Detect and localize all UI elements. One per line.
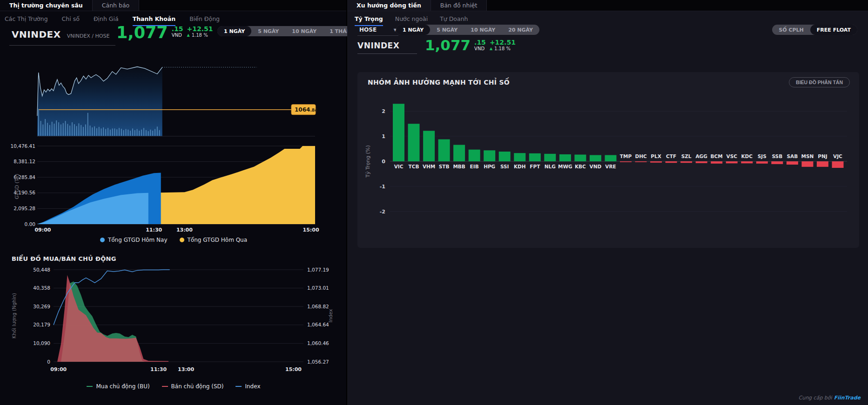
svg-text:VRE: VRE (605, 164, 616, 169)
index-pair: VNINDEX / HOSE (67, 33, 110, 39)
float-toggle-group: SỐ CPLH FREE FLOAT (772, 25, 857, 35)
right-index-change-pct: ▲ 1.18 % (490, 46, 511, 51)
svg-text:VJC: VJC (833, 153, 842, 159)
r-range-1-ngay[interactable]: 1 NGÀY (396, 25, 430, 35)
so-cplh-button[interactable]: SỐ CPLH (772, 25, 810, 35)
svg-text:FPT: FPT (530, 164, 540, 169)
svg-text:15:00: 15:00 (285, 366, 302, 372)
r-range-20-ngay[interactable]: 20 NGÀY (502, 25, 539, 35)
impact-card-title: NHÓM ẢNH HƯỞNG MẠNH TỚI CHỈ SỐ (368, 79, 510, 86)
svg-text:10,476.41: 10,476.41 (11, 143, 35, 149)
r-range-10-ngay[interactable]: 10 NGÀY (464, 25, 502, 35)
exchange-select[interactable]: HOSE ▼ (357, 26, 398, 36)
svg-text:SSI: SSI (500, 164, 509, 169)
svg-text:1,073.01: 1,073.01 (307, 285, 329, 291)
exchange-select-value: HOSE (359, 27, 377, 33)
svg-text:Tỷ Trọng (%): Tỷ Trọng (%) (365, 145, 371, 178)
subnav-dinh-gia[interactable]: Định Giá (94, 15, 119, 26)
tab-ban-do-nhiet[interactable]: Bản đồ nhiệt (431, 0, 487, 11)
left-tabbar: Thị trường chuyên sâu Cảnh báo (0, 0, 346, 11)
subnav-chi-so[interactable]: Chỉ số (62, 15, 80, 26)
right-index-underline (357, 53, 417, 54)
index-price-decimals: .15 (172, 26, 183, 32)
svg-text:SAB: SAB (787, 153, 798, 159)
legend-gtgd-hom-nay[interactable]: Tổng GTGD Hôm Nay (100, 237, 168, 243)
left-subnav: Các Thị Trường Chỉ số Định Giá Thanh Kho… (0, 11, 346, 26)
svg-text:1,064.64: 1,064.64 (307, 322, 329, 327)
busd-chart[interactable]: 50,4481,077.1940,3581,073.0130,2691,068.… (0, 266, 347, 378)
busd-legend: Mua chủ động (BU) Bán chủ động (SD) Inde… (0, 383, 347, 390)
yellow-dot-icon (180, 238, 184, 242)
right-index-price: 1,077 (425, 38, 471, 53)
svg-text:MBB: MBB (453, 164, 465, 169)
right-index-change: +12.51 (490, 39, 516, 46)
svg-text:09:00: 09:00 (34, 227, 51, 233)
svg-text:0: 0 (382, 159, 385, 165)
right-range-group: 1 NGÀY 5 NGÀY 10 NGÀY 20 NGÀY (396, 25, 539, 35)
svg-text:8,381.12: 8,381.12 (13, 159, 35, 164)
legend-mua-chu-dong[interactable]: Mua chủ động (BU) (87, 383, 149, 390)
legend-index[interactable]: Index (236, 383, 260, 390)
svg-text:Index: Index (328, 309, 333, 323)
app: Thị trường chuyên sâu Cảnh báo Các Thị T… (0, 0, 868, 405)
index-price-block: 1,077 .15 VND +12.51 ▲ 1.18 % (116, 25, 213, 41)
red-dash-icon (162, 386, 168, 387)
index-underline (9, 45, 115, 46)
tab-thi-truong-chuyen-sau[interactable]: Thị trường chuyên sâu (0, 0, 93, 11)
index-change: +12.51 (187, 26, 213, 32)
svg-text:2: 2 (382, 108, 385, 114)
subnav-cac-thi-truong[interactable]: Các Thị Trường (5, 15, 48, 26)
intraday-price-chart[interactable]: 1064.84 (0, 46, 347, 142)
index-price: 1,077 (116, 25, 168, 41)
legend-gtgd-hom-qua[interactable]: Tổng GTGD Hôm Qua (180, 237, 248, 243)
svg-text:Khối lượng (Nghìn): Khối lượng (Nghìn) (11, 293, 17, 339)
impact-bar-chart[interactable]: 210-1-2VICTCBVHMSTBMBBEIBHPGSSIKDHFPTNLG… (363, 92, 854, 241)
svg-text:1064.84: 1064.84 (295, 106, 317, 113)
footer-credit: Cung cấp bởiFiinTrade (798, 395, 861, 401)
svg-text:PLX: PLX (651, 153, 661, 159)
svg-text:VND: VND (590, 164, 602, 169)
free-float-button[interactable]: FREE FLOAT (810, 25, 857, 35)
svg-text:VSC: VSC (727, 153, 738, 159)
svg-text:11:30: 11:30 (146, 227, 162, 233)
svg-text:2,095.28: 2,095.28 (13, 206, 35, 211)
index-header: VNINDEX VNINDEX / HOSE (12, 29, 109, 40)
green-dash-icon (87, 386, 93, 387)
svg-text:13:00: 13:00 (176, 227, 193, 233)
tab-canh-bao[interactable]: Cảnh báo (93, 0, 139, 11)
svg-text:20,179: 20,179 (33, 322, 50, 327)
svg-text:TCB: TCB (409, 164, 419, 169)
fiintrade-brand[interactable]: FiinTrade (834, 395, 861, 401)
svg-text:10,090: 10,090 (33, 340, 50, 346)
svg-text:TMP: TMP (620, 153, 632, 159)
svg-text:VHM: VHM (423, 164, 435, 169)
right-index-name: VNINDEX (357, 41, 399, 50)
blue-dot-icon (100, 238, 105, 242)
svg-text:STB: STB (439, 164, 450, 169)
right-index-price-decimals: .15 (474, 39, 486, 46)
svg-text:AGG: AGG (695, 153, 707, 159)
range-10-ngay[interactable]: 10 NGÀY (285, 26, 323, 36)
svg-text:MSN: MSN (801, 153, 814, 159)
index-name: VNINDEX (12, 29, 61, 40)
svg-text:13:00: 13:00 (178, 366, 194, 372)
right-tabbar: Xu hướng dòng tiền Bản đồ nhiệt (347, 0, 868, 11)
svg-text:EIB: EIB (470, 164, 479, 169)
svg-text:0: 0 (47, 359, 50, 365)
svg-text:SJS: SJS (758, 153, 767, 159)
subnav-ty-trong[interactable]: Tỷ Trọng (355, 15, 383, 26)
svg-text:BCM: BCM (711, 153, 723, 159)
svg-text:PNJ: PNJ (818, 153, 827, 159)
scatter-chart-button[interactable]: BIỂU ĐỒ PHÂN TÁN (789, 77, 850, 87)
gtgd-area-chart[interactable]: 10,476.418,381.126,285.844,190.562,095.2… (0, 142, 347, 236)
svg-text:KDC: KDC (741, 153, 753, 159)
up-arrow-icon: ▲ (490, 47, 492, 51)
range-5-ngay[interactable]: 5 NGÀY (251, 26, 285, 36)
legend-ban-chu-dong[interactable]: Bán chủ động (SD) (162, 383, 224, 390)
svg-text:VIC: VIC (394, 164, 404, 169)
r-range-5-ngay[interactable]: 5 NGÀY (430, 25, 464, 35)
range-1-ngay[interactable]: 1 NGÀY (217, 26, 251, 36)
svg-text:11:30: 11:30 (150, 366, 167, 372)
tab-xu-huong-dong-tien[interactable]: Xu hướng dòng tiền (347, 0, 431, 11)
svg-text:SSB: SSB (772, 153, 783, 159)
